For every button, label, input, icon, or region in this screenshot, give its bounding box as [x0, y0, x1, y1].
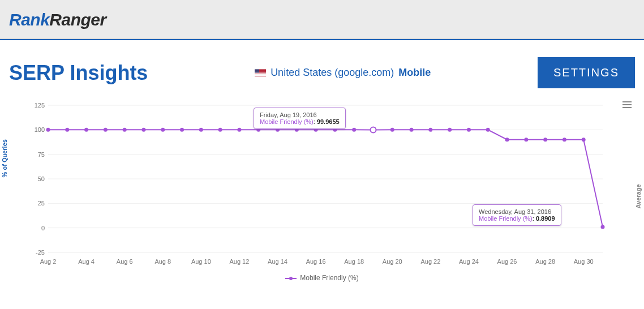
svg-point-54 — [524, 138, 528, 141]
svg-point-51 — [467, 128, 471, 132]
svg-text:125: 125 — [35, 102, 45, 109]
svg-point-50 — [448, 128, 452, 132]
svg-text:100: 100 — [35, 126, 45, 133]
svg-point-59 — [370, 127, 376, 132]
logo-part1: Rank — [9, 10, 49, 29]
svg-point-35 — [161, 128, 165, 132]
flag-icon — [255, 69, 266, 76]
tooltip-2-value: 0.8909 — [536, 215, 555, 222]
tooltip-2: Wednesday, Aug 31, 2016 Mobile Friendly … — [473, 204, 561, 226]
page-title: SERP Insights — [9, 61, 148, 85]
svg-point-38 — [218, 128, 222, 132]
chart-menu-icon[interactable] — [622, 100, 632, 110]
svg-text:0: 0 — [41, 225, 45, 231]
svg-text:Aug 8: Aug 8 — [154, 258, 171, 265]
tooltip-1-series: Mobile Friendly (%) — [260, 118, 314, 125]
settings-button[interactable]: SETTINGS — [538, 57, 635, 88]
svg-point-55 — [543, 138, 547, 141]
svg-text:Aug 12: Aug 12 — [229, 258, 249, 265]
right-axis-label: Average — [635, 184, 642, 208]
svg-point-47 — [390, 128, 394, 132]
svg-point-29 — [46, 128, 50, 132]
legend-swatch — [285, 278, 297, 279]
svg-text:50: 50 — [38, 175, 45, 182]
svg-text:25: 25 — [38, 200, 45, 207]
svg-text:Aug 6: Aug 6 — [117, 258, 133, 265]
legend-label: Mobile Friendly (%) — [300, 274, 358, 282]
svg-point-58 — [601, 225, 605, 229]
svg-text:-25: -25 — [36, 249, 45, 256]
locale-country: United States (google.com) — [271, 67, 394, 79]
svg-point-31 — [84, 128, 88, 132]
svg-point-45 — [352, 128, 356, 132]
tooltip-2-date: Wednesday, Aug 31, 2016 — [479, 208, 555, 215]
svg-text:Aug 2: Aug 2 — [40, 258, 57, 265]
svg-point-37 — [199, 128, 203, 132]
tooltip-1: Friday, Aug 19, 2016 Mobile Friendly (%)… — [254, 108, 346, 129]
locale-selector[interactable]: United States (google.com) Mobile — [255, 67, 431, 79]
chart-legend: Mobile Friendly (%) — [28, 269, 616, 286]
tooltip-1-date: Friday, Aug 19, 2016 — [260, 111, 340, 118]
tooltip-1-value: 99.9655 — [317, 118, 340, 125]
svg-text:Aug 10: Aug 10 — [191, 258, 211, 265]
svg-point-34 — [141, 128, 145, 132]
svg-point-48 — [410, 128, 414, 132]
logo-part2: Ranger — [49, 10, 106, 29]
svg-point-56 — [563, 138, 566, 141]
svg-text:Aug 16: Aug 16 — [306, 258, 326, 265]
svg-point-49 — [428, 128, 432, 132]
svg-text:Aug 4: Aug 4 — [78, 258, 95, 265]
title-row: SERP Insights United States (google.com)… — [0, 40, 644, 94]
svg-point-57 — [582, 138, 586, 141]
svg-point-32 — [104, 128, 108, 132]
svg-text:Aug 22: Aug 22 — [420, 258, 440, 265]
tooltip-2-series: Mobile Friendly (%) — [479, 215, 533, 222]
svg-text:75: 75 — [38, 151, 45, 158]
svg-text:Aug 30: Aug 30 — [574, 258, 594, 265]
chart-container: % of Queries Average -250255075100125Aug… — [0, 94, 644, 292]
y-axis-label: % of Queries — [1, 139, 8, 177]
locale-device: Mobile — [398, 67, 431, 79]
svg-point-53 — [505, 138, 509, 141]
svg-text:Aug 20: Aug 20 — [383, 258, 402, 265]
svg-text:Aug 24: Aug 24 — [459, 258, 479, 265]
svg-text:Aug 26: Aug 26 — [497, 258, 517, 265]
svg-point-30 — [65, 128, 69, 132]
app-header: RankRanger — [0, 0, 644, 39]
svg-point-52 — [486, 128, 490, 132]
svg-point-33 — [123, 128, 127, 132]
svg-text:Aug 28: Aug 28 — [535, 258, 555, 265]
logo: RankRanger — [9, 10, 106, 29]
svg-point-39 — [237, 128, 241, 132]
svg-text:Aug 18: Aug 18 — [344, 258, 364, 265]
svg-point-36 — [180, 128, 184, 132]
svg-text:Aug 14: Aug 14 — [268, 258, 287, 265]
